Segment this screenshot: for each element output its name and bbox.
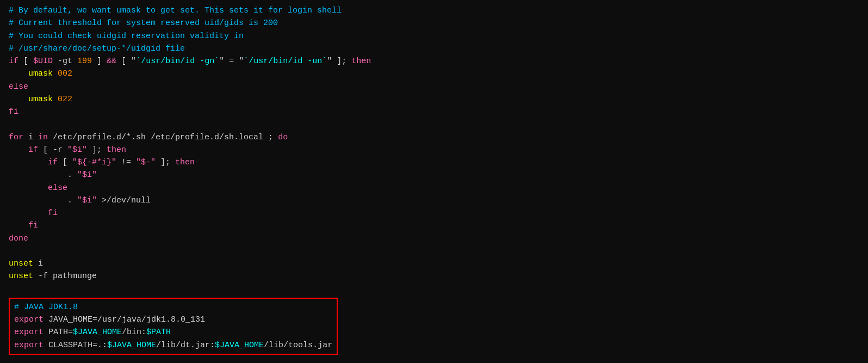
line-1: # By default, we want umask to get set. … (9, 4, 859, 17)
highlighted-block: # JAVA JDK1.8 export JAVA_HOME=/usr/java… (9, 298, 338, 355)
line-8: umask 022 (9, 93, 859, 106)
line-blank3 (9, 283, 859, 296)
line-unset-f: unset -f pathmunge (9, 270, 859, 282)
line-if-dash: if [ "${-#*i}" != "$-" ]; then (9, 156, 859, 169)
line-dot-i: . "$i" (9, 169, 859, 181)
line-3: # You could check uidgid reservation val… (9, 30, 859, 42)
line-dot-null: . "$i" >/dev/null (9, 194, 859, 207)
line-fi-outer: fi (9, 219, 859, 232)
hl-line-4: export CLASSPATH=.:$JAVA_HOME/lib/dt.jar… (14, 339, 332, 352)
hl-line-3: export PATH=$JAVA_HOME/bin:$PATH (14, 326, 332, 339)
hl-line-1: # JAVA JDK1.8 (14, 301, 332, 313)
line-2: # Current threshold for system reserved … (9, 17, 859, 29)
line-blank2 (9, 245, 859, 257)
line-fi1: fi (9, 106, 859, 118)
line-5: if [ $UID -gt 199 ] && [ "`/usr/bin/id -… (9, 55, 859, 67)
line-if-r: if [ -r "$i" ]; then (9, 144, 859, 156)
code-container: # By default, we want umask to get set. … (0, 0, 868, 363)
line-6: umask 002 (9, 67, 859, 80)
line-done: done (9, 232, 859, 245)
hl-line-2: export JAVA_HOME=/usr/java/jdk1.8.0_131 (14, 313, 332, 326)
line-for: for i in /etc/profile.d/*.sh /etc/profil… (9, 131, 859, 144)
line-unset-i: unset i (9, 257, 859, 270)
line-blank1 (9, 118, 859, 131)
line-else-inner: else (9, 182, 859, 194)
line-fi-inner: fi (9, 207, 859, 219)
line-4: # /usr/share/doc/setup-*/uidgid file (9, 42, 859, 55)
line-7: else (9, 81, 859, 93)
